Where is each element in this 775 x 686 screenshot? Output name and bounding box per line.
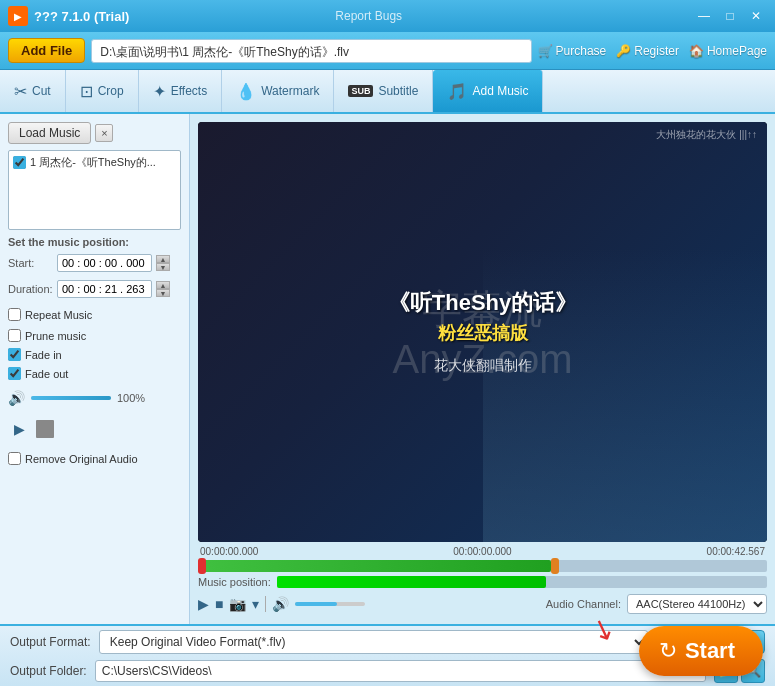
music-item-name: 1 周杰伦-《听TheShy的...	[30, 155, 156, 170]
repeat-label: Repeat Music	[25, 309, 92, 321]
start-icon: ↻	[659, 638, 677, 664]
start-button-container: ↘ ↻ Start	[639, 626, 763, 676]
start-spin-up[interactable]: ▲	[156, 255, 170, 263]
timeline-bar[interactable]	[198, 560, 767, 572]
titlebar: ▶ ??? 7.1.0 (Trial) Report Bugs — □ ✕	[0, 0, 775, 32]
video-watermark-top: 大州独花的花大伙 |||↑↑	[656, 128, 757, 142]
video-title-line2: 粉丝恶搞版	[438, 321, 528, 345]
tab-cut[interactable]: ✂ Cut	[0, 70, 66, 112]
duration-label: Duration:	[8, 283, 53, 295]
folder-path-input[interactable]	[95, 660, 706, 682]
minimize-button[interactable]: —	[693, 7, 715, 25]
repeat-music-checkbox[interactable]	[8, 308, 21, 321]
timeline-area: 00:00:00.000 00:00:00.000 00:00:42.567	[198, 546, 767, 572]
subtitle-icon: SUB	[348, 85, 373, 97]
player-snapshot-button[interactable]: 📷	[229, 596, 246, 612]
play-controls: ▶	[8, 418, 181, 440]
fade-out-row: Fade out	[8, 367, 181, 380]
video-maker: 花大侠翻唱制作	[434, 357, 532, 375]
fade-in-checkbox[interactable]	[8, 348, 21, 361]
purchase-link[interactable]: 🛒 Purchase	[538, 44, 607, 58]
music-pos-bar[interactable]	[277, 576, 767, 588]
duration-time-input[interactable]	[57, 280, 152, 298]
player-separator	[265, 596, 266, 612]
register-link[interactable]: 🔑 Register	[616, 44, 679, 58]
start-spin-down[interactable]: ▼	[156, 263, 170, 271]
volume-slider[interactable]	[31, 396, 111, 400]
left-panel: Load Music × 1 周杰伦-《听TheShy的... Set the …	[0, 114, 190, 624]
homepage-link[interactable]: 🏠 HomePage	[689, 44, 767, 58]
output-folder-label: Output Folder:	[10, 664, 87, 678]
player-volume-fill	[295, 602, 337, 606]
topbar-actions: 🛒 Purchase 🔑 Register 🏠 HomePage	[538, 44, 767, 58]
player-play-button[interactable]: ▶	[198, 596, 209, 612]
player-volume-slider[interactable]	[295, 602, 365, 606]
volume-row: 🔊 100%	[8, 390, 181, 406]
close-button[interactable]: ✕	[745, 7, 767, 25]
tab-crop[interactable]: ⊡ Crop	[66, 70, 139, 112]
tab-subtitle[interactable]: SUB Subtitle	[334, 70, 433, 112]
start-button[interactable]: ↻ Start	[639, 626, 763, 676]
prune-music-checkbox[interactable]	[8, 329, 21, 342]
report-bugs-link[interactable]: Report Bugs	[335, 9, 402, 23]
volume-fill	[31, 396, 111, 400]
player-volume-icon: 🔊	[272, 596, 289, 612]
maximize-button[interactable]: □	[719, 7, 741, 25]
crop-icon: ⊡	[80, 82, 93, 101]
tab-effects[interactable]: ✦ Effects	[139, 70, 222, 112]
fade-out-label: Fade out	[25, 368, 68, 380]
window-controls: — □ ✕	[693, 7, 767, 25]
timeline-marker-start[interactable]	[198, 558, 206, 574]
timeline-fill	[198, 560, 551, 572]
play-button[interactable]: ▶	[8, 418, 30, 440]
watermark-icon: 💧	[236, 82, 256, 101]
load-music-button[interactable]: Load Music	[8, 122, 91, 144]
player-dropdown-button[interactable]: ▾	[252, 596, 259, 612]
panel-close-button[interactable]: ×	[95, 124, 113, 142]
prune-row: Prune music	[8, 329, 181, 342]
output-format-label: Output Format:	[10, 635, 91, 649]
prune-label: Prune music	[25, 330, 86, 342]
duration-spin-up[interactable]: ▲	[156, 281, 170, 289]
player-controls: ▶ ■ 📷 ▾ 🔊 Audio Channel: AAC(Stereo 4410…	[198, 592, 767, 616]
main-area: Load Music × 1 周杰伦-《听TheShy的... Set the …	[0, 114, 775, 624]
volume-icon: 🔊	[8, 390, 25, 406]
timeline-labels: 00:00:00.000 00:00:00.000 00:00:42.567	[198, 546, 767, 557]
duration-time-row: Duration: ▲ ▼	[8, 280, 181, 298]
audio-channel-select[interactable]: AAC(Stereo 44100Hz)	[627, 594, 767, 614]
remove-audio-checkbox[interactable]	[8, 452, 21, 465]
music-item-checkbox[interactable]	[13, 156, 26, 169]
start-time-input[interactable]	[57, 254, 152, 272]
duration-spin[interactable]: ▲ ▼	[156, 281, 170, 297]
player-stop-button[interactable]: ■	[215, 596, 223, 612]
toolbar: ✂ Cut ⊡ Crop ✦ Effects 💧 Watermark SUB S…	[0, 70, 775, 114]
tab-add-music[interactable]: 🎵 Add Music	[433, 70, 543, 112]
cart-icon: 🛒	[538, 44, 553, 58]
fade-out-checkbox[interactable]	[8, 367, 21, 380]
tab-watermark[interactable]: 💧 Watermark	[222, 70, 334, 112]
home-icon: 🏠	[689, 44, 704, 58]
video-title-line1: 《听TheShy的话》	[388, 289, 577, 318]
start-spin[interactable]: ▲ ▼	[156, 255, 170, 271]
remove-audio-label: Remove Original Audio	[25, 453, 138, 465]
timeline-t2: 00:00:00.000	[453, 546, 511, 557]
list-item: 1 周杰伦-《听TheShy的...	[13, 155, 176, 170]
music-position-row: Music position:	[198, 576, 767, 588]
add-file-button[interactable]: Add File	[8, 38, 85, 63]
video-area: 字幕流 AnyZ.com 大州独花的花大伙 |||↑↑ 《听TheShy的话》 …	[190, 114, 775, 624]
audio-channel-label: Audio Channel:	[546, 598, 621, 610]
fade-in-row: Fade in	[8, 348, 181, 361]
format-select[interactable]: Keep Original Video Format(*.flv)	[99, 630, 649, 654]
filepath-display: D:\桌面\说明书\1 周杰伦-《听TheShy的话》.flv	[91, 39, 531, 63]
panel-header: Load Music ×	[8, 122, 181, 144]
fade-in-label: Fade in	[25, 349, 62, 361]
cut-icon: ✂	[14, 82, 27, 101]
register-icon: 🔑	[616, 44, 631, 58]
effects-icon: ✦	[153, 82, 166, 101]
stop-button[interactable]	[36, 420, 54, 438]
window-title: ??? 7.1.0 (Trial)	[34, 9, 129, 24]
video-content: 大州独花的花大伙 |||↑↑ 《听TheShy的话》 粉丝恶搞版 花大侠翻唱制作	[388, 289, 577, 376]
duration-spin-down[interactable]: ▼	[156, 289, 170, 297]
timeline-marker-end[interactable]	[551, 558, 559, 574]
start-time-row: Start: ▲ ▼	[8, 254, 181, 272]
